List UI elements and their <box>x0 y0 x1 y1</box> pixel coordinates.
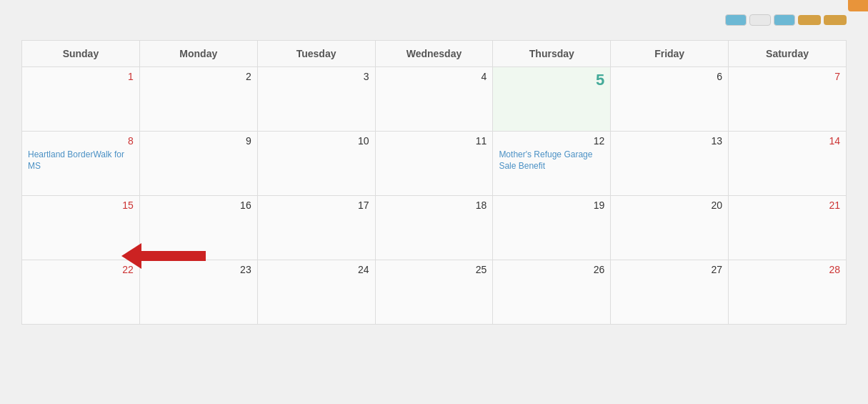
week-row-0: 1234567 <box>22 67 847 132</box>
day-cell-28[interactable]: 28 <box>729 260 847 325</box>
day-number-17: 17 <box>264 199 369 211</box>
day-number-10: 10 <box>264 135 369 147</box>
day-cell-21[interactable]: 21 <box>729 196 847 260</box>
day-cell-3[interactable]: 3 <box>257 67 375 132</box>
day-cell-5[interactable]: 5 <box>493 67 611 132</box>
header-thursday: Thursday <box>493 41 611 67</box>
day-cell-11[interactable]: 11 <box>375 132 493 196</box>
day-number-3: 3 <box>264 71 369 82</box>
day-number-19: 19 <box>499 199 604 211</box>
header-tuesday: Tuesday <box>257 41 375 67</box>
day-number-24: 24 <box>264 264 369 275</box>
day-number-20: 20 <box>617 199 722 211</box>
day-cell-26[interactable]: 26 <box>493 260 611 325</box>
day-cell-25[interactable]: 25 <box>375 260 493 325</box>
day-number-21: 21 <box>734 199 840 211</box>
day-cell-2[interactable]: 2 <box>139 67 257 132</box>
day-cell-17[interactable]: 17 <box>257 196 375 260</box>
day-cell-1[interactable]: 1 <box>22 67 140 132</box>
day-number-13: 13 <box>617 135 722 147</box>
day-cell-12[interactable]: 12Mother's Refuge Garage Sale Benefit <box>493 132 611 196</box>
week-row-3: 22232425262728 <box>22 260 847 325</box>
day-number-22: 22 <box>28 264 134 275</box>
day-number-26: 26 <box>499 264 604 275</box>
day-number-1: 1 <box>28 71 134 82</box>
next-button[interactable] <box>774 14 795 26</box>
day-number-6: 6 <box>617 71 722 82</box>
day-number-2: 2 <box>146 71 251 82</box>
day-number-27: 27 <box>617 264 722 275</box>
day-cell-22[interactable]: 22 <box>22 260 140 325</box>
notifications-button[interactable] <box>848 0 868 11</box>
day-cell-20[interactable]: 20 <box>611 196 729 260</box>
today-button[interactable] <box>749 14 771 26</box>
day-number-16: 16 <box>146 199 251 211</box>
day-cell-16[interactable]: 16 <box>139 196 257 260</box>
day-number-7: 7 <box>734 71 840 82</box>
day-cell-18[interactable]: 18 <box>375 196 493 260</box>
calendar-grid: Sunday Monday Tuesday Wednesday Thursday… <box>21 40 847 325</box>
day-number-12: 12 <box>499 135 604 147</box>
day-number-9: 9 <box>146 135 251 147</box>
day-cell-27[interactable]: 27 <box>611 260 729 325</box>
day-cell-8[interactable]: 8Heartland BorderWalk for MS <box>22 132 140 196</box>
day-number-18: 18 <box>381 199 487 211</box>
header-friday: Friday <box>611 41 729 67</box>
day-number-25: 25 <box>381 264 487 275</box>
days-header-row: Sunday Monday Tuesday Wednesday Thursday… <box>22 41 847 67</box>
header-monday: Monday <box>139 41 257 67</box>
day-number-4: 4 <box>381 71 487 82</box>
day-cell-10[interactable]: 10 <box>257 132 375 196</box>
day-cell-19[interactable]: 19 <box>493 196 611 260</box>
prev-button[interactable] <box>725 14 747 26</box>
year-view-button[interactable] <box>798 15 821 25</box>
day-cell-13[interactable]: 13 <box>611 132 729 196</box>
header-saturday: Saturday <box>729 41 847 67</box>
day-cell-14[interactable]: 14 <box>729 132 847 196</box>
week-row-1: 8Heartland BorderWalk for MS9101112Mothe… <box>22 132 847 196</box>
calendar-header <box>21 14 847 26</box>
day-cell-6[interactable]: 6 <box>611 67 729 132</box>
event-link-1-4-0[interactable]: Mother's Refuge Garage Sale Benefit <box>499 149 604 172</box>
day-number-23: 23 <box>146 264 251 275</box>
calendar-container: Sunday Monday Tuesday Wednesday Thursday… <box>0 0 868 339</box>
day-cell-7[interactable]: 7 <box>729 67 847 132</box>
day-number-15: 15 <box>28 199 134 211</box>
day-cell-15[interactable]: 15 <box>22 196 140 260</box>
day-number-8: 8 <box>28 135 134 147</box>
nav-controls <box>725 14 847 26</box>
day-number-5: 5 <box>499 71 604 89</box>
day-cell-23[interactable]: 23 <box>139 260 257 325</box>
month-view-button[interactable] <box>824 15 847 25</box>
day-number-14: 14 <box>734 135 840 147</box>
day-cell-9[interactable]: 9 <box>139 132 257 196</box>
event-link-1-0-0[interactable]: Heartland BorderWalk for MS <box>28 149 134 172</box>
header-sunday: Sunday <box>22 41 140 67</box>
day-number-11: 11 <box>381 135 487 147</box>
day-number-28: 28 <box>734 264 840 275</box>
week-row-2: 15161718192021 <box>22 196 847 260</box>
day-cell-24[interactable]: 24 <box>257 260 375 325</box>
header-wednesday: Wednesday <box>375 41 493 67</box>
day-cell-4[interactable]: 4 <box>375 67 493 132</box>
